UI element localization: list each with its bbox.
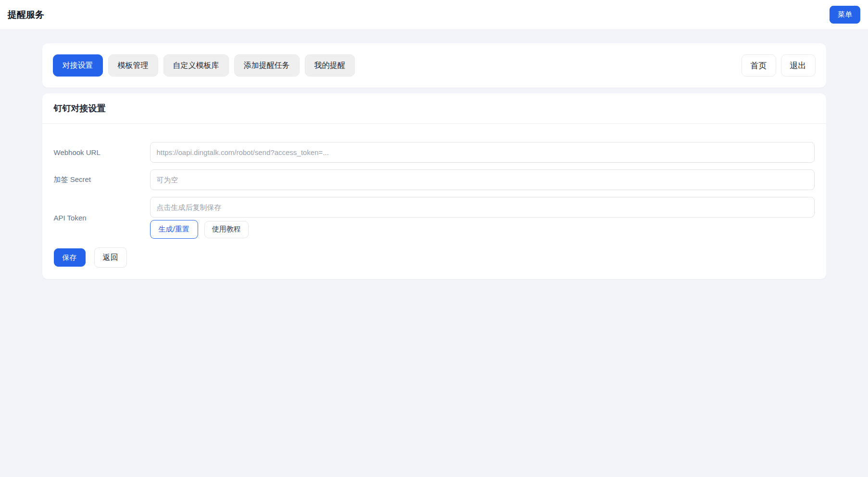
app-title: 提醒服务 <box>8 9 44 21</box>
tab-group: 对接设置 模板管理 自定义模板库 添加提醒任务 我的提醒 <box>53 54 355 77</box>
tab-connection-settings[interactable]: 对接设置 <box>53 54 103 77</box>
menu-button[interactable]: 菜单 <box>830 6 860 24</box>
back-button[interactable]: 返回 <box>94 247 127 268</box>
generate-reset-button[interactable]: 生成/重置 <box>150 220 198 239</box>
card-title-row: 钉钉对接设置 <box>42 93 826 123</box>
tab-template-management[interactable]: 模板管理 <box>108 54 158 77</box>
save-button[interactable]: 保存 <box>54 248 86 267</box>
sign-secret-label: 加签 Secret <box>54 175 150 184</box>
api-token-label: API Token <box>54 214 150 222</box>
api-token-row: API Token 生成/重置 使用教程 <box>54 197 815 239</box>
logout-button[interactable]: 退出 <box>781 54 816 77</box>
token-buttons: 生成/重置 使用教程 <box>150 220 815 239</box>
tab-add-reminder-task[interactable]: 添加提醒任务 <box>234 54 300 77</box>
api-token-input[interactable] <box>150 197 815 218</box>
card-title: 钉钉对接设置 <box>54 103 815 114</box>
home-button[interactable]: 首页 <box>742 54 776 77</box>
webhook-url-input[interactable] <box>150 142 815 163</box>
app-header: 提醒服务 菜单 <box>0 0 868 30</box>
webhook-url-row: Webhook URL <box>54 142 815 163</box>
tab-my-reminders[interactable]: 我的提醒 <box>305 54 355 77</box>
nav-right-actions: 首页 退出 <box>742 54 816 77</box>
form-actions: 保存 返回 <box>54 247 815 268</box>
sign-secret-row: 加签 Secret <box>54 169 815 190</box>
sign-secret-input[interactable] <box>150 169 815 190</box>
nav-card: 对接设置 模板管理 自定义模板库 添加提醒任务 我的提醒 首页 退出 <box>42 43 826 88</box>
settings-form: Webhook URL 加签 Secret API Token 生成/重置 使用… <box>42 124 826 268</box>
dingtalk-settings-card: 钉钉对接设置 Webhook URL 加签 Secret API Token <box>42 93 826 279</box>
usage-tutorial-button[interactable]: 使用教程 <box>204 221 249 238</box>
tab-custom-template-library[interactable]: 自定义模板库 <box>164 54 229 77</box>
webhook-url-label: Webhook URL <box>54 148 150 156</box>
